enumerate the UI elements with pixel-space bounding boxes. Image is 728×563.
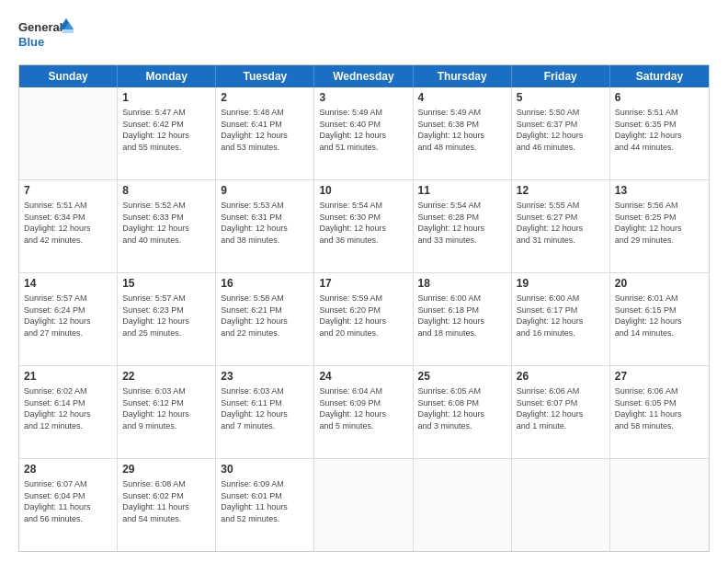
svg-text:Blue: Blue <box>18 35 44 49</box>
day-info: Sunrise: 6:06 AMSunset: 6:07 PMDaylight:… <box>517 385 605 431</box>
day-number: 29 <box>122 462 210 477</box>
day-info: Sunrise: 5:53 AMSunset: 6:31 PMDaylight:… <box>221 200 309 246</box>
day-info: Sunrise: 6:00 AMSunset: 6:17 PMDaylight:… <box>517 293 605 339</box>
day-info: Sunrise: 5:56 AMSunset: 6:25 PMDaylight:… <box>615 200 704 246</box>
week-row-3: 14Sunrise: 5:57 AMSunset: 6:24 PMDayligh… <box>19 273 709 366</box>
day-info: Sunrise: 5:51 AMSunset: 6:35 PMDaylight:… <box>615 107 704 153</box>
day-info: Sunrise: 5:47 AMSunset: 6:42 PMDaylight:… <box>122 107 210 153</box>
day-info: Sunrise: 6:03 AMSunset: 6:12 PMDaylight:… <box>122 385 210 431</box>
day-cell-5: 5Sunrise: 5:50 AMSunset: 6:37 PMDaylight… <box>512 87 610 179</box>
empty-cell <box>610 459 709 551</box>
day-cell-4: 4Sunrise: 5:49 AMSunset: 6:38 PMDaylight… <box>414 87 512 179</box>
header-day-wednesday: Wednesday <box>314 65 413 87</box>
empty-cell <box>19 87 118 179</box>
day-number: 17 <box>319 276 407 291</box>
day-number: 14 <box>24 276 112 291</box>
day-number: 2 <box>221 90 309 105</box>
day-number: 4 <box>418 90 506 105</box>
day-cell-19: 19Sunrise: 6:00 AMSunset: 6:17 PMDayligh… <box>512 273 610 365</box>
day-number: 3 <box>319 90 407 105</box>
day-info: Sunrise: 5:58 AMSunset: 6:21 PMDaylight:… <box>221 293 309 339</box>
svg-text:General: General <box>18 20 63 34</box>
day-number: 12 <box>517 183 605 198</box>
day-number: 5 <box>517 90 605 105</box>
empty-cell <box>414 459 512 551</box>
day-cell-14: 14Sunrise: 5:57 AMSunset: 6:24 PMDayligh… <box>19 273 118 365</box>
day-info: Sunrise: 6:00 AMSunset: 6:18 PMDaylight:… <box>418 293 506 339</box>
day-number: 22 <box>122 369 210 384</box>
day-info: Sunrise: 5:54 AMSunset: 6:30 PMDaylight:… <box>319 200 407 246</box>
day-number: 1 <box>122 90 210 105</box>
day-info: Sunrise: 5:48 AMSunset: 6:41 PMDaylight:… <box>221 107 309 153</box>
day-cell-10: 10Sunrise: 5:54 AMSunset: 6:30 PMDayligh… <box>314 180 413 272</box>
day-number: 10 <box>319 183 407 198</box>
day-number: 15 <box>122 276 210 291</box>
day-cell-23: 23Sunrise: 6:03 AMSunset: 6:11 PMDayligh… <box>216 366 314 458</box>
day-cell-29: 29Sunrise: 6:08 AMSunset: 6:02 PMDayligh… <box>118 459 216 551</box>
day-info: Sunrise: 5:57 AMSunset: 6:23 PMDaylight:… <box>122 293 210 339</box>
day-number: 9 <box>221 183 309 198</box>
day-cell-27: 27Sunrise: 6:06 AMSunset: 6:05 PMDayligh… <box>610 366 709 458</box>
header-day-friday: Friday <box>512 65 610 87</box>
day-cell-7: 7Sunrise: 5:51 AMSunset: 6:34 PMDaylight… <box>19 180 118 272</box>
week-row-5: 28Sunrise: 6:07 AMSunset: 6:04 PMDayligh… <box>19 459 709 551</box>
day-info: Sunrise: 5:49 AMSunset: 6:38 PMDaylight:… <box>418 107 506 153</box>
day-cell-20: 20Sunrise: 6:01 AMSunset: 6:15 PMDayligh… <box>610 273 709 365</box>
day-cell-15: 15Sunrise: 5:57 AMSunset: 6:23 PMDayligh… <box>118 273 216 365</box>
day-number: 25 <box>418 369 506 384</box>
empty-cell <box>512 459 610 551</box>
day-number: 6 <box>615 90 704 105</box>
calendar-header: SundayMondayTuesdayWednesdayThursdayFrid… <box>19 65 709 87</box>
day-info: Sunrise: 6:04 AMSunset: 6:09 PMDaylight:… <box>319 385 407 431</box>
day-info: Sunrise: 6:02 AMSunset: 6:14 PMDaylight:… <box>24 385 112 431</box>
day-cell-16: 16Sunrise: 5:58 AMSunset: 6:21 PMDayligh… <box>216 273 314 365</box>
day-info: Sunrise: 6:09 AMSunset: 6:01 PMDaylight:… <box>221 478 309 524</box>
day-number: 8 <box>122 183 210 198</box>
page-header: General Blue <box>18 17 710 55</box>
day-number: 24 <box>319 369 407 384</box>
day-cell-3: 3Sunrise: 5:49 AMSunset: 6:40 PMDaylight… <box>314 87 413 179</box>
day-info: Sunrise: 5:59 AMSunset: 6:20 PMDaylight:… <box>319 293 407 339</box>
day-cell-24: 24Sunrise: 6:04 AMSunset: 6:09 PMDayligh… <box>314 366 413 458</box>
header-day-tuesday: Tuesday <box>216 65 314 87</box>
day-number: 11 <box>418 183 506 198</box>
empty-cell <box>314 459 413 551</box>
header-day-saturday: Saturday <box>610 65 709 87</box>
day-cell-8: 8Sunrise: 5:52 AMSunset: 6:33 PMDaylight… <box>118 180 216 272</box>
header-day-sunday: Sunday <box>19 65 118 87</box>
logo-icon: General Blue <box>18 17 74 55</box>
day-cell-12: 12Sunrise: 5:55 AMSunset: 6:27 PMDayligh… <box>512 180 610 272</box>
day-info: Sunrise: 6:06 AMSunset: 6:05 PMDaylight:… <box>615 385 704 431</box>
day-number: 18 <box>418 276 506 291</box>
day-cell-28: 28Sunrise: 6:07 AMSunset: 6:04 PMDayligh… <box>19 459 118 551</box>
day-info: Sunrise: 5:49 AMSunset: 6:40 PMDaylight:… <box>319 107 407 153</box>
day-info: Sunrise: 6:07 AMSunset: 6:04 PMDaylight:… <box>24 478 112 524</box>
day-cell-21: 21Sunrise: 6:02 AMSunset: 6:14 PMDayligh… <box>19 366 118 458</box>
week-row-2: 7Sunrise: 5:51 AMSunset: 6:34 PMDaylight… <box>19 180 709 273</box>
day-number: 30 <box>221 462 309 477</box>
day-info: Sunrise: 5:50 AMSunset: 6:37 PMDaylight:… <box>517 107 605 153</box>
day-info: Sunrise: 6:05 AMSunset: 6:08 PMDaylight:… <box>418 385 506 431</box>
day-number: 26 <box>517 369 605 384</box>
day-number: 20 <box>615 276 704 291</box>
day-number: 7 <box>24 183 112 198</box>
day-info: Sunrise: 5:51 AMSunset: 6:34 PMDaylight:… <box>24 200 112 246</box>
day-cell-22: 22Sunrise: 6:03 AMSunset: 6:12 PMDayligh… <box>118 366 216 458</box>
day-cell-1: 1Sunrise: 5:47 AMSunset: 6:42 PMDaylight… <box>118 87 216 179</box>
day-cell-13: 13Sunrise: 5:56 AMSunset: 6:25 PMDayligh… <box>610 180 709 272</box>
day-cell-2: 2Sunrise: 5:48 AMSunset: 6:41 PMDaylight… <box>216 87 314 179</box>
day-cell-30: 30Sunrise: 6:09 AMSunset: 6:01 PMDayligh… <box>216 459 314 551</box>
day-cell-25: 25Sunrise: 6:05 AMSunset: 6:08 PMDayligh… <box>414 366 512 458</box>
calendar-body: 1Sunrise: 5:47 AMSunset: 6:42 PMDaylight… <box>19 87 709 551</box>
header-day-thursday: Thursday <box>414 65 512 87</box>
day-cell-18: 18Sunrise: 6:00 AMSunset: 6:18 PMDayligh… <box>414 273 512 365</box>
day-info: Sunrise: 5:55 AMSunset: 6:27 PMDaylight:… <box>517 200 605 246</box>
day-cell-11: 11Sunrise: 5:54 AMSunset: 6:28 PMDayligh… <box>414 180 512 272</box>
day-number: 13 <box>615 183 704 198</box>
header-day-monday: Monday <box>118 65 216 87</box>
day-info: Sunrise: 6:01 AMSunset: 6:15 PMDaylight:… <box>615 293 704 339</box>
day-number: 28 <box>24 462 112 477</box>
day-cell-26: 26Sunrise: 6:06 AMSunset: 6:07 PMDayligh… <box>512 366 610 458</box>
day-number: 21 <box>24 369 112 384</box>
logo: General Blue <box>18 17 74 55</box>
